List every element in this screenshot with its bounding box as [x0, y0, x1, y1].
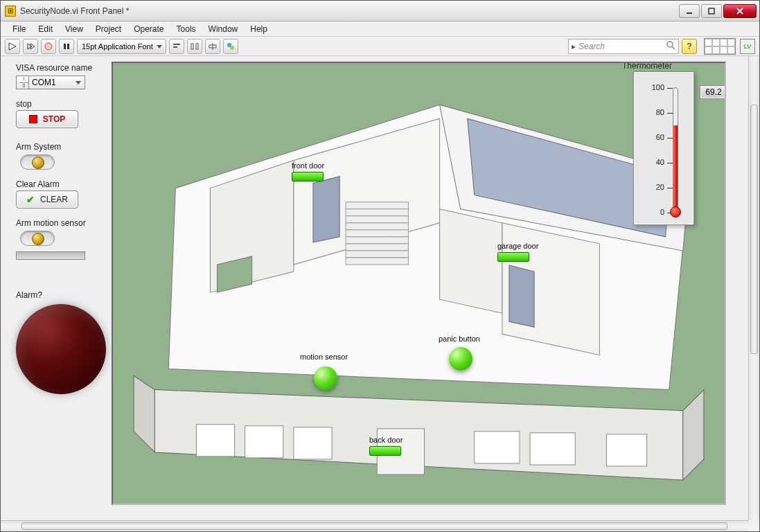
- motion-slider[interactable]: [16, 251, 85, 260]
- help-button[interactable]: ?: [682, 39, 697, 54]
- reorder-button[interactable]: [223, 39, 238, 54]
- arm-motion-label: Arm motion sensor: [16, 218, 86, 228]
- close-button[interactable]: [723, 4, 757, 18]
- search-input[interactable]: ▸ Search: [568, 39, 679, 54]
- svg-rect-27: [346, 230, 408, 237]
- menu-window[interactable]: Window: [202, 23, 245, 35]
- svg-rect-23: [346, 202, 408, 209]
- menubar: File Edit View Project Operate Tools Win…: [1, 21, 759, 37]
- floorplan-3d: front door garage door motion sensor pan…: [112, 62, 726, 505]
- arm-system-toggle[interactable]: [20, 154, 55, 170]
- svg-point-2: [45, 43, 52, 50]
- titlebar: ⊞ SecurityNode.vi Front Panel *: [1, 1, 759, 21]
- thermometer-title: Thermometer: [617, 62, 678, 71]
- svg-rect-28: [346, 237, 408, 244]
- horizontal-scrollbar[interactable]: [1, 520, 748, 531]
- svg-rect-3: [64, 44, 66, 49]
- clear-button-label: CLEAR: [40, 195, 68, 204]
- svg-point-11: [230, 46, 234, 50]
- icon-grid[interactable]: [704, 38, 736, 55]
- thermo-fill: [673, 125, 678, 210]
- svg-rect-30: [346, 251, 408, 258]
- svg-marker-21: [440, 209, 502, 314]
- run-continuous-button[interactable]: [23, 39, 38, 54]
- pause-button[interactable]: [59, 39, 74, 54]
- thermo-tick-40: 40: [645, 158, 664, 166]
- menu-view[interactable]: View: [59, 23, 89, 35]
- menu-operate[interactable]: Operate: [127, 23, 170, 35]
- svg-point-12: [667, 42, 673, 47]
- front-door-indicator: [292, 172, 324, 181]
- stop-icon: [29, 115, 37, 123]
- align-button[interactable]: [169, 39, 184, 54]
- arm-motion-toggle[interactable]: [20, 231, 55, 246]
- svg-rect-4: [67, 44, 69, 49]
- svg-marker-15: [683, 390, 704, 480]
- toolbar: 15pt Application Font ▸ Search ? LV: [1, 37, 759, 56]
- thermo-tick-100: 100: [645, 83, 664, 91]
- svg-rect-29: [346, 244, 408, 251]
- vscroll-thumb[interactable]: [750, 105, 758, 354]
- stop-button-label: STOP: [43, 114, 65, 124]
- visa-value: COM1: [32, 78, 56, 87]
- minimize-button[interactable]: [679, 4, 700, 18]
- thermometer-value: 69.2: [705, 87, 721, 97]
- svg-rect-5: [173, 44, 180, 45]
- labview-icon[interactable]: LV: [740, 39, 755, 54]
- panic-button-label: panic button: [439, 335, 480, 343]
- svg-marker-14: [134, 376, 154, 452]
- distribute-button[interactable]: [187, 39, 202, 54]
- visa-resource-selector[interactable]: I0 COM1: [16, 76, 85, 89]
- font-selector[interactable]: 15pt Application Font: [77, 39, 166, 54]
- alarm-label: Alarm?: [16, 290, 42, 300]
- thermometer: 100 80 60 40 20 0: [633, 71, 694, 225]
- check-icon: ✔: [26, 194, 35, 205]
- abort-button[interactable]: [41, 39, 56, 54]
- stop-label: stop: [16, 99, 32, 109]
- hscroll-thumb[interactable]: [21, 522, 727, 530]
- window-title: SecurityNode.vi Front Panel *: [20, 6, 678, 16]
- menu-edit[interactable]: Edit: [32, 23, 59, 35]
- svg-rect-35: [196, 425, 234, 456]
- search-placeholder: Search: [578, 42, 605, 51]
- resize-button[interactable]: [205, 39, 220, 54]
- menu-help[interactable]: Help: [244, 23, 274, 35]
- thermo-tick-0: 0: [645, 208, 664, 216]
- stop-button[interactable]: STOP: [16, 110, 78, 128]
- visa-label: VISA resource name: [16, 63, 92, 73]
- font-selector-label: 15pt Application Font: [82, 42, 153, 51]
- maximize-button[interactable]: [701, 4, 722, 18]
- garage-door-indicator: [497, 252, 529, 262]
- back-door-label: back door: [369, 436, 403, 444]
- svg-rect-25: [346, 216, 408, 223]
- clear-alarm-label: Clear Alarm: [16, 179, 60, 189]
- run-button[interactable]: [5, 39, 20, 54]
- vertical-scrollbar[interactable]: [748, 56, 759, 520]
- garage-door-label: garage door: [497, 242, 538, 250]
- app-icon: ⊞: [5, 6, 16, 17]
- menu-file[interactable]: File: [6, 23, 32, 35]
- svg-rect-1: [709, 8, 714, 14]
- back-door-indicator: [369, 446, 401, 456]
- svg-rect-41: [606, 434, 646, 466]
- front-door-label: front door: [292, 161, 324, 170]
- svg-rect-8: [196, 44, 198, 49]
- clear-button[interactable]: ✔ CLEAR: [16, 190, 78, 209]
- menu-tools[interactable]: Tools: [170, 23, 202, 35]
- svg-rect-6: [173, 46, 177, 48]
- application-window: ⊞ SecurityNode.vi Front Panel * File Edi…: [0, 0, 760, 532]
- svg-rect-31: [346, 258, 408, 265]
- motion-sensor-indicator: [314, 366, 337, 390]
- search-icon: [666, 40, 675, 52]
- svg-marker-33: [509, 265, 534, 327]
- arm-system-label: Arm System: [16, 142, 61, 152]
- svg-rect-36: [245, 426, 283, 458]
- panic-button-indicator[interactable]: [449, 347, 472, 371]
- svg-marker-32: [313, 177, 339, 242]
- thermometer-readout: 69.2: [700, 85, 726, 99]
- svg-rect-7: [191, 44, 193, 49]
- svg-rect-26: [346, 223, 408, 230]
- thermo-tick-20: 20: [645, 183, 664, 191]
- menu-project[interactable]: Project: [89, 23, 127, 35]
- svg-rect-0: [687, 12, 692, 14]
